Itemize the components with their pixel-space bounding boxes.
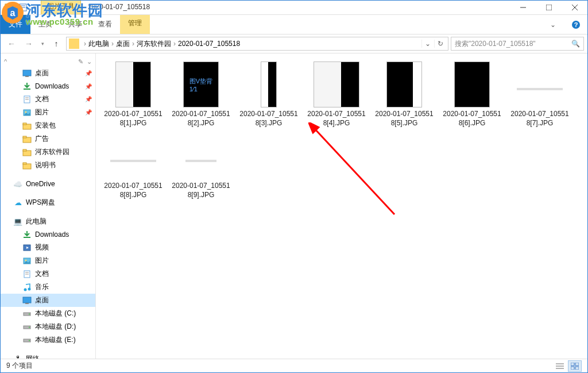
- tree-network[interactable]: 🖧 网络: [1, 352, 95, 359]
- svg-rect-1: [5, 4, 9, 6]
- drive-icon: [22, 309, 32, 318]
- address-dropdown-icon[interactable]: ⌄: [421, 40, 433, 48]
- file-item[interactable]: 2020-01-07_105518[4].JPG: [307, 59, 366, 128]
- maximize-button[interactable]: [536, 1, 562, 14]
- file-item[interactable]: 2020-01-07_105518[1].JPG: [104, 59, 163, 128]
- folder-icon: [22, 148, 32, 157]
- network-icon: 🖧: [13, 355, 22, 359]
- file-item[interactable]: 2020-01-07_105518[8].JPG: [104, 131, 163, 199]
- up-button[interactable]: ↑: [49, 36, 64, 51]
- tree-this-pc-item[interactable]: 桌面: [1, 294, 95, 307]
- nav-pane-options-icon[interactable]: ⌄: [87, 58, 92, 66]
- window-title: 2020-01-07_105518: [81, 1, 510, 14]
- tree-this-pc[interactable]: 💻 此电脑: [1, 215, 95, 228]
- videos-icon: [22, 243, 32, 252]
- search-input[interactable]: 搜索"2020-01-07_105518" 🔍: [451, 37, 584, 51]
- file-item[interactable]: 2020-01-07_105518[7].JPG: [510, 59, 569, 128]
- ribbon-tab-share[interactable]: 共享: [60, 15, 90, 34]
- tree-quick-access-item[interactable]: 桌面📌: [1, 67, 95, 80]
- tree-onedrive[interactable]: ☁️ OneDrive: [1, 178, 95, 190]
- tree-quick-access-item[interactable]: 说明书: [1, 159, 95, 172]
- tree-quick-access-item[interactable]: Downloads📌: [1, 80, 95, 93]
- ribbon: 文件 主页 共享 查看 管理 ⌄ ?: [1, 15, 587, 34]
- chevron-right-icon[interactable]: ›: [111, 40, 114, 48]
- folder-icon: [22, 161, 32, 170]
- view-thumbnails-button[interactable]: [568, 360, 582, 372]
- tree-this-pc-item[interactable]: 视频: [1, 241, 95, 254]
- tree-this-pc-item[interactable]: 本地磁盘 (D:): [1, 320, 95, 333]
- forward-button[interactable]: →: [21, 36, 36, 51]
- file-thumbnail: [261, 61, 277, 107]
- qat-properties-icon[interactable]: [17, 1, 29, 14]
- file-list-pane[interactable]: 2020-01-07_105518[1].JPG图V垫背1⁄12020-01-0…: [96, 53, 587, 359]
- svg-rect-12: [25, 76, 29, 77]
- svg-rect-11: [23, 70, 31, 76]
- pin-icon: 📌: [85, 96, 92, 102]
- chevron-right-icon[interactable]: ›: [132, 40, 134, 48]
- recent-dropdown-icon[interactable]: ▾: [38, 36, 47, 51]
- file-item[interactable]: 2020-01-07_105518[6].JPG: [443, 59, 501, 128]
- folder-icon: [22, 121, 32, 130]
- breadcrumb[interactable]: › 此电脑 › 桌面 › 河东软件园 › 2020-01-07_105518 ⌄…: [66, 37, 448, 51]
- help-icon[interactable]: ?: [564, 15, 587, 34]
- file-thumbnail: [517, 88, 563, 90]
- svg-rect-22: [23, 136, 26, 138]
- refresh-button[interactable]: ↻: [434, 40, 446, 48]
- nav-pane-up-icon[interactable]: ^: [4, 58, 7, 66]
- navigation-pane[interactable]: ^ ✎ ⌄ 桌面📌Downloads📌文档📌图片📌安装包广告河东软件园说明书 ☁…: [1, 53, 96, 359]
- svg-rect-26: [23, 163, 26, 164]
- view-details-button[interactable]: [553, 360, 567, 372]
- tree-label: 网络: [26, 354, 40, 359]
- ribbon-tab-home[interactable]: 主页: [30, 15, 60, 34]
- ribbon-expand-icon[interactable]: ⌄: [541, 15, 564, 34]
- chevron-right-icon[interactable]: ›: [173, 40, 176, 48]
- tree-quick-access-item[interactable]: 文档📌: [1, 93, 95, 106]
- qat-dropdown-icon[interactable]: ▾: [30, 1, 38, 14]
- ribbon-file-tab[interactable]: 文件: [1, 15, 30, 34]
- tree-quick-access-item[interactable]: 河东软件园: [1, 145, 95, 159]
- pictures-icon: [22, 108, 32, 117]
- file-thumbnail: [454, 61, 490, 107]
- breadcrumb-segment[interactable]: 2020-01-07_105518: [178, 40, 240, 48]
- folder-icon: [22, 134, 32, 144]
- tree-quick-access-item[interactable]: 广告: [1, 132, 95, 145]
- tree-this-pc-item[interactable]: 文档: [1, 267, 95, 280]
- search-icon[interactable]: 🔍: [571, 40, 580, 48]
- file-item[interactable]: 2020-01-07_105518[5].JPG: [375, 59, 434, 128]
- tree-quick-access-item[interactable]: 图片📌: [1, 106, 95, 119]
- tree-this-pc-item[interactable]: Downloads: [1, 228, 95, 241]
- address-bar-row: ← → ▾ ↑ › 此电脑 › 桌面 › 河东软件园 › 2020-01-07_…: [1, 34, 587, 53]
- file-item[interactable]: 2020-01-07_105518[9].JPG: [172, 131, 230, 199]
- file-name: 2020-01-07_105518[6].JPG: [443, 110, 501, 128]
- breadcrumb-segment[interactable]: 此电脑: [88, 39, 109, 49]
- svg-rect-50: [571, 367, 574, 370]
- nav-pane-new-icon[interactable]: ✎: [78, 58, 83, 66]
- statusbar: 9 个项目: [1, 359, 587, 372]
- file-item[interactable]: 图V垫背1⁄12020-01-07_105518[2].JPG: [172, 59, 230, 128]
- tree-this-pc-item[interactable]: 音乐: [1, 280, 95, 294]
- svg-rect-13: [24, 89, 30, 90]
- tree-label: 文档: [35, 94, 49, 104]
- file-name: 2020-01-07_105518[2].JPG: [172, 110, 230, 128]
- downloads-icon: [22, 230, 32, 239]
- close-button[interactable]: [562, 1, 587, 14]
- tree-this-pc-item[interactable]: 图片: [1, 254, 95, 267]
- file-item[interactable]: 2020-01-07_105518[3].JPG: [239, 59, 298, 128]
- breadcrumb-segment[interactable]: 河东软件园: [137, 39, 171, 49]
- tree-this-pc-item[interactable]: 本地磁盘 (C:): [1, 307, 95, 320]
- tree-label: 图片: [35, 107, 49, 117]
- chevron-right-icon[interactable]: ›: [84, 40, 86, 48]
- tree-label: 安装包: [35, 121, 56, 130]
- tree-quick-access-item[interactable]: 安装包: [1, 119, 95, 132]
- back-button[interactable]: ←: [4, 36, 19, 51]
- breadcrumb-segment[interactable]: 桌面: [116, 39, 130, 49]
- ribbon-tab-view[interactable]: 查看: [90, 15, 120, 34]
- tree-wps[interactable]: ☁ WPS网盘: [1, 196, 95, 209]
- ribbon-tab-manage[interactable]: 管理: [120, 15, 150, 34]
- svg-rect-48: [571, 363, 574, 366]
- tree-this-pc-item[interactable]: 本地磁盘 (E:): [1, 333, 95, 347]
- svg-point-30: [25, 259, 27, 261]
- svg-text:?: ?: [574, 21, 578, 28]
- minimize-button[interactable]: [510, 1, 536, 14]
- tree-label: 文档: [35, 269, 49, 279]
